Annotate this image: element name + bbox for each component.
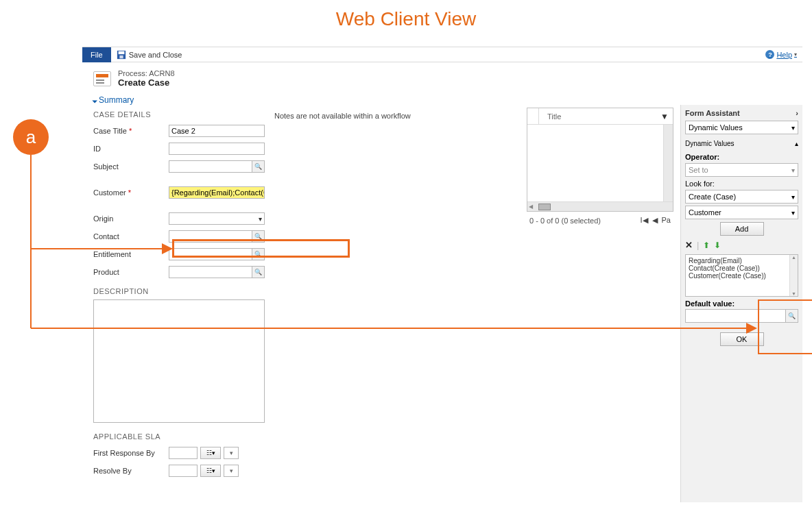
help-label: Help (776, 51, 792, 59)
subgrid: Title ▼ ◀ 0 - 0 of 0 (0 selected) (527, 108, 673, 502)
contact-field[interactable]: 🔍 (169, 230, 265, 243)
subgrid-body[interactable] (527, 125, 663, 201)
look-for-attribute-dropdown[interactable]: Customer (685, 206, 798, 219)
svg-rect-5 (119, 55, 123, 58)
first-response-date-field[interactable] (169, 447, 198, 459)
save-and-close-label: Save and Close (129, 51, 182, 59)
time-dropdown[interactable]: ▾ (224, 465, 239, 477)
default-value-field[interactable]: 🔍 (685, 309, 798, 323)
entitlement-label: Entitlement (93, 250, 169, 258)
move-down-icon[interactable]: ⬇ (714, 241, 721, 250)
first-response-label: First Response By (93, 449, 169, 457)
notes-unavailable-message: Notes are not available within a workflo… (274, 112, 411, 120)
list-item[interactable]: Customer(Create (Case)) (689, 272, 795, 280)
save-and-close-button[interactable]: Save and Close (117, 50, 182, 60)
chevron-down-icon: ▾ (794, 51, 797, 58)
case-title-label: Case Title * (93, 127, 169, 135)
product-field[interactable]: 🔍 (169, 266, 265, 278)
remove-icon[interactable]: ✕ (685, 240, 693, 250)
lookup-icon[interactable]: 🔍 (252, 249, 264, 260)
subgrid-title-column[interactable]: Title (538, 108, 660, 125)
notes-area: Notes are not available within a workflo… (274, 108, 494, 502)
lookup-icon[interactable]: 🔍 (785, 310, 798, 322)
add-button[interactable]: Add (720, 222, 764, 236)
customer-label: Customer * (93, 188, 169, 197)
contact-label: Contact (93, 232, 169, 241)
calendar-icon[interactable]: ☷▾ (200, 447, 221, 459)
look-for-label: Look for: (685, 180, 798, 188)
help-icon: ? (765, 50, 774, 59)
subject-label: Subject (93, 162, 169, 171)
time-dropdown[interactable]: ▾ (224, 447, 239, 459)
horizontal-scrollbar[interactable]: ◀ (527, 201, 673, 211)
summary-section-link[interactable]: Summary (93, 95, 134, 105)
calendar-icon[interactable]: ☷▾ (200, 465, 221, 477)
process-label: Process: ACRN8 (118, 69, 175, 77)
id-label: ID (93, 145, 169, 153)
first-page-icon[interactable]: I◀ (640, 216, 647, 225)
id-field[interactable] (169, 143, 265, 155)
origin-label: Origin (93, 214, 169, 223)
sla-title: APPLICABLE SLA (93, 432, 265, 441)
page-label: Pa (662, 216, 671, 225)
entitlement-field[interactable]: 🔍 (169, 248, 265, 260)
process-icon (93, 71, 111, 86)
lookup-icon[interactable]: 🔍 (252, 231, 264, 242)
prev-page-icon[interactable]: ◀ (652, 216, 658, 225)
help-link[interactable]: ? Help ▾ (765, 50, 797, 59)
dynamic-values-toggle[interactable]: Dynamic Values (685, 136, 798, 150)
customer-field[interactable]: {Regarding(Email);Contact(Cr (169, 186, 265, 199)
separator: | (697, 240, 699, 250)
resolve-by-label: Resolve By (93, 467, 169, 475)
case-details-title: CASE DETAILS (93, 110, 265, 119)
process-step-name: Create Case (118, 77, 175, 88)
form-assistant-panel: Form Assistant › Dynamic Values Dynamic … (680, 105, 802, 502)
look-for-entity-dropdown[interactable]: Create (Case) (685, 190, 798, 204)
resolve-by-date-field[interactable] (169, 465, 198, 477)
app-window: File Save and Close ? Help ▾ Process: AC… (82, 47, 802, 500)
save-icon (117, 50, 126, 60)
filter-icon[interactable]: ▼ (660, 112, 669, 121)
lookup-icon[interactable]: 🔍 (252, 267, 264, 278)
description-title: DESCRIPTION (93, 287, 265, 295)
form-assistant-title: Form Assistant (685, 109, 740, 117)
list-item[interactable]: Regarding(Email) (689, 257, 795, 265)
file-tab[interactable]: File (82, 47, 111, 62)
ribbon: File Save and Close ? Help ▾ (82, 47, 802, 62)
dynamic-value-list[interactable]: Regarding(Email) Contact(Create (Case)) … (685, 254, 798, 297)
operator-dropdown[interactable]: Set to (685, 163, 798, 177)
case-details-form: CASE DETAILS Case Title * Case 2 ID Subj… (93, 108, 265, 502)
subject-field[interactable]: 🔍 (169, 160, 265, 173)
assistant-mode-dropdown[interactable]: Dynamic Values (685, 121, 798, 134)
default-value-label: Default value: (685, 299, 798, 308)
origin-field[interactable] (169, 212, 265, 225)
list-item[interactable]: Contact(Create (Case)) (689, 265, 795, 272)
move-up-icon[interactable]: ⬆ (703, 241, 710, 250)
case-title-field[interactable]: Case 2 (169, 125, 265, 137)
product-label: Product (93, 268, 169, 276)
ok-button[interactable]: OK (720, 332, 764, 346)
chevron-right-icon[interactable]: › (796, 109, 798, 117)
svg-rect-4 (118, 51, 124, 53)
page-title: Web Client View (0, 0, 812, 42)
process-header: Process: ACRN8 Create Case (82, 62, 802, 92)
lookup-icon[interactable]: 🔍 (252, 161, 264, 172)
operator-label: Operator: (685, 153, 798, 161)
annotation-badge-a: a (13, 119, 49, 155)
vertical-scrollbar[interactable] (789, 255, 798, 296)
vertical-scrollbar[interactable] (663, 125, 673, 201)
subgrid-count-label: 0 - 0 of 0 (0 selected) (529, 217, 601, 225)
description-field[interactable] (93, 299, 265, 423)
